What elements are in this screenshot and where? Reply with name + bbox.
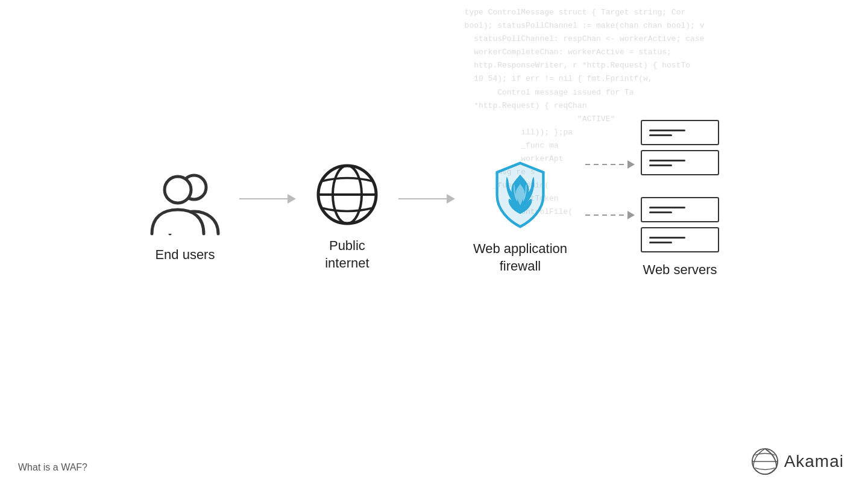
waf-description-text: What is a WAF? (18, 462, 87, 472)
server-line-long-2 (649, 160, 685, 161)
dashed-arrows-column (585, 178, 635, 219)
akamai-logo: Akamai (750, 447, 844, 476)
arrow-head-2 (447, 194, 455, 204)
waf-label: Web application firewall (473, 240, 567, 275)
dashed-arrow-bottom (585, 211, 635, 219)
right-section: Web servers (585, 120, 719, 278)
server-box-1 (641, 120, 719, 145)
dashed-head-top (627, 160, 635, 169)
server-lines-1 (649, 130, 685, 136)
arrow-line-1 (239, 198, 288, 199)
public-internet-node: Public internet (314, 161, 380, 272)
server-box-2 (641, 150, 719, 175)
bottom-left-text: What is a WAF? (18, 462, 87, 473)
server-line-short-4 (649, 242, 672, 243)
dashed-line-bottom (585, 214, 627, 216)
public-internet-label: Public internet (325, 237, 369, 272)
dashed-head-bottom (627, 211, 635, 219)
servers-column (641, 120, 719, 252)
server-lines-4 (649, 237, 685, 243)
server-line-short-1 (649, 134, 672, 136)
akamai-brand-text: Akamai (784, 452, 844, 471)
waf-node: Web application firewall (473, 158, 567, 275)
arrow-line-2 (398, 198, 447, 199)
server-lines-3 (649, 207, 685, 213)
dashed-arrow-top (585, 160, 635, 169)
users-icon (149, 170, 221, 237)
diagram: End users Public internet (0, 102, 868, 331)
server-line-short-3 (649, 211, 672, 213)
end-users-label: End users (155, 246, 215, 264)
web-servers-label: Web servers (643, 262, 717, 278)
arrow-head-1 (288, 194, 296, 204)
server-box-4 (641, 227, 719, 252)
arrow-1 (239, 194, 296, 204)
dashed-line-top (585, 164, 627, 165)
svg-point-1 (165, 177, 191, 203)
end-users-node: End users (149, 170, 221, 264)
waf-shield-icon (487, 158, 553, 231)
server-line-long-1 (649, 130, 685, 131)
server-line-short-2 (649, 164, 672, 166)
globe-icon (314, 161, 380, 228)
server-line-long-3 (649, 207, 685, 208)
server-line-long-4 (649, 237, 685, 239)
server-lines-2 (649, 160, 685, 166)
arrow-2 (398, 194, 455, 204)
server-box-3 (641, 197, 719, 222)
akamai-circle-logo (750, 447, 779, 476)
